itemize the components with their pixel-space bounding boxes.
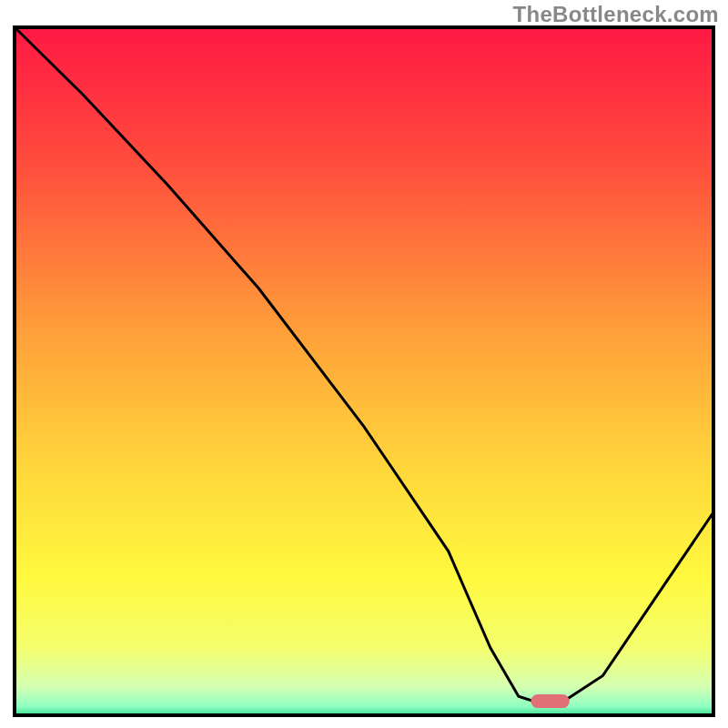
background-rect <box>13 25 715 717</box>
plot-area <box>13 25 715 717</box>
target-pill <box>531 694 569 708</box>
chart-frame: TheBottleneck.com <box>0 0 728 728</box>
watermark-text: TheBottleneck.com <box>513 2 719 27</box>
